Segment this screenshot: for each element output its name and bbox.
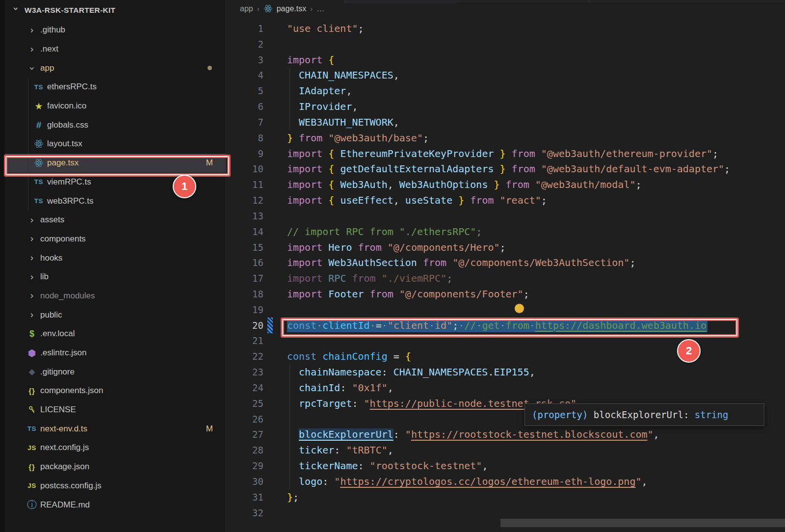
line-number[interactable]: 30 [226, 476, 287, 487]
code-line-23[interactable]: 23 chainNamespace: CHAIN_NAMESPACES.EIP1… [226, 364, 785, 380]
code-line-32[interactable]: 32 [226, 505, 785, 521]
line-number[interactable]: 16 [226, 257, 287, 268]
file-label: app [40, 63, 54, 73]
line-number[interactable]: 7 [226, 117, 287, 128]
line-number[interactable]: 31 [226, 492, 287, 503]
code-line-12[interactable]: 12import { useEffect, useState } from "r… [226, 192, 785, 208]
line-number[interactable]: 23 [226, 367, 287, 377]
sidebar-folder-components[interactable]: ›components [5, 230, 226, 249]
code-line-1[interactable]: 1"use client"; [226, 21, 785, 36]
line-number[interactable]: 18 [226, 289, 287, 299]
code-line-4[interactable]: 4 CHAIN_NAMESPACES, [226, 67, 785, 83]
code-line-7[interactable]: 7 WEB3AUTH_NETWORK, [226, 114, 785, 130]
sidebar-file-favicon.ico[interactable]: ★favicon.ico [5, 97, 226, 116]
horizontal-scrollbar[interactable] [500, 519, 785, 527]
breadcrumb-folder[interactable]: app [240, 4, 253, 13]
line-number[interactable]: 28 [226, 445, 287, 455]
line-number[interactable]: 8 [226, 133, 287, 143]
breadcrumb-file[interactable]: page.tsx [277, 4, 306, 13]
code-line-20[interactable]: 20const·clientId·=·"client·id";·//·get·f… [226, 318, 785, 333]
line-number[interactable]: 1 [226, 23, 287, 34]
line-number[interactable]: 24 [226, 382, 287, 393]
sidebar-file-package.json[interactable]: {}package.json [5, 457, 226, 477]
sidebar-file-.env.local[interactable]: $.env.local [5, 324, 226, 344]
code-line-31[interactable]: 31}; [226, 489, 785, 505]
line-number[interactable]: 13 [226, 211, 287, 221]
line-number[interactable]: 2 [226, 39, 287, 50]
line-number[interactable]: 11 [226, 179, 287, 190]
code-line-3[interactable]: 3import { [226, 52, 785, 68]
sidebar-file-layout.tsx[interactable]: layout.tsx [5, 134, 226, 154]
tab-strip[interactable] [226, 0, 785, 3]
sidebar-folder-.github[interactable]: ›.github [5, 21, 226, 40]
sidebar-file-ethersRPC.ts[interactable]: TSethersRPC.ts [5, 78, 226, 97]
sidebar-folder-lib[interactable]: ›lib [5, 267, 226, 287]
code-line-29[interactable]: 29 tickerName: "rootstock-testnet", [226, 458, 785, 474]
code-line-17[interactable]: 17import RPC from "./viemRPC"; [226, 270, 785, 286]
code-line-2[interactable]: 2 [226, 36, 785, 52]
code-line-16[interactable]: 16import Web3AuthSection from "@/compone… [226, 255, 785, 270]
code-line-28[interactable]: 28 ticker: "tRBTC", [226, 442, 785, 458]
code-line-22[interactable]: 22const chainConfig = { [226, 348, 785, 364]
code-line-19[interactable]: 19 [226, 302, 785, 318]
lightbulb-indicator-icon[interactable] [515, 304, 524, 313]
line-number[interactable]: 21 [226, 335, 287, 346]
line-number[interactable]: 17 [226, 273, 287, 284]
sidebar-file-.gitignore[interactable]: ◆.gitignore [5, 362, 226, 381]
code-line-15[interactable]: 15import Hero from "@/components/Hero"; [226, 239, 785, 255]
sidebar-file-next.config.js[interactable]: JSnext.config.js [5, 438, 226, 457]
tab-separator [589, 0, 589, 3]
sidebar-folder-.next[interactable]: ›.next [5, 40, 226, 59]
line-number[interactable]: 29 [226, 460, 287, 471]
chevron-right-icon: › [25, 253, 39, 263]
sidebar-file-globals.css[interactable]: #globals.css [5, 115, 226, 134]
code-line-21[interactable]: 21 [226, 333, 785, 349]
code-line-18[interactable]: 18import Footer from "@/components/Foote… [226, 286, 785, 302]
line-number[interactable]: 19 [226, 304, 287, 315]
line-number[interactable]: 12 [226, 195, 287, 206]
explorer-root-folder[interactable]: › W3A-RSK-STARTER-KIT [5, 0, 226, 21]
line-number[interactable]: 5 [226, 85, 287, 96]
line-number[interactable]: 25 [226, 398, 287, 409]
line-number[interactable]: 27 [226, 429, 287, 440]
sidebar-file-.eslintrc.json[interactable]: ⬢.eslintrc.json [5, 344, 226, 363]
code-line-6[interactable]: 6 IProvider, [226, 99, 785, 114]
code-line-10[interactable]: 10import { getDefaultExternalAdapters } … [226, 161, 785, 177]
sidebar-folder-assets[interactable]: ›assets [5, 211, 226, 230]
code-line-8[interactable]: 8} from "@web3auth/base"; [226, 130, 785, 146]
line-number[interactable]: 6 [226, 101, 287, 112]
sidebar-folder-public[interactable]: ›public [5, 305, 226, 324]
indent-guide [28, 79, 28, 212]
code-line-13[interactable]: 13 [226, 208, 785, 224]
key-icon [25, 405, 39, 414]
sidebar-file-next-env.d.ts[interactable]: TSnext-env.d.tsM [5, 419, 226, 438]
chevron-right-icon: › [25, 215, 39, 225]
line-number[interactable]: 9 [226, 148, 287, 159]
sidebar-folder-app[interactable]: ›app [5, 58, 226, 78]
sidebar-file-page.tsx[interactable]: page.tsxM [5, 154, 226, 173]
code-line-14[interactable]: 14// import RPC from "./ethersRPC"; [226, 224, 785, 239]
sidebar-file-LICENSE[interactable]: LICENSE [5, 400, 226, 420]
sidebar-folder-hooks[interactable]: ›hooks [5, 248, 226, 267]
sidebar-folder-node_modules[interactable]: ›node_modules [5, 287, 226, 306]
line-number[interactable]: 15 [226, 242, 287, 253]
code-line-27[interactable]: 27 blockExplorerUrl: "https://rootstock-… [226, 427, 785, 443]
sidebar-file-components.json[interactable]: {}components.json [5, 381, 226, 400]
line-content: const chainConfig = { [287, 350, 411, 362]
line-number[interactable]: 32 [226, 507, 287, 518]
line-number[interactable]: 26 [226, 414, 287, 425]
line-number[interactable]: 20 [226, 320, 287, 331]
code-line-9[interactable]: 9import { EthereumPrivateKeyProvider } f… [226, 146, 785, 161]
code-line-30[interactable]: 30 logo: "https://cryptologos.cc/logos/e… [226, 474, 785, 489]
line-number[interactable]: 4 [226, 70, 287, 80]
code-line-24[interactable]: 24 chainId: "0x1f", [226, 380, 785, 396]
line-number[interactable]: 14 [226, 226, 287, 237]
code-line-11[interactable]: 11import { Web3Auth, Web3AuthOptions } f… [226, 177, 785, 192]
line-number[interactable]: 10 [226, 163, 287, 174]
code-line-5[interactable]: 5 IAdapter, [226, 83, 785, 99]
sidebar-file-postcss.config.js[interactable]: JSpostcss.config.js [5, 477, 226, 496]
line-number[interactable]: 22 [226, 351, 287, 362]
sidebar-file-README.md[interactable]: ⓘREADME.md [5, 495, 226, 514]
line-number[interactable]: 3 [226, 54, 287, 65]
breadcrumb-more[interactable]: … [316, 4, 324, 13]
